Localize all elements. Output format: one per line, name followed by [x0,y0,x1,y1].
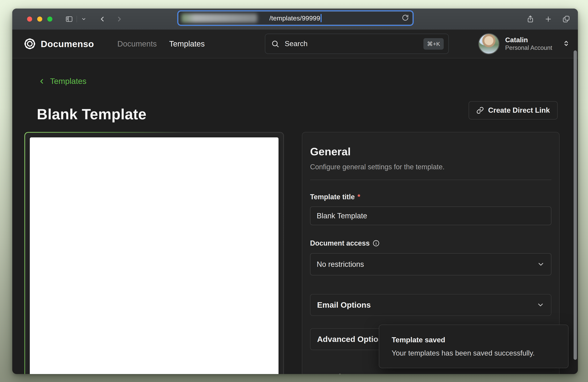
avatar [478,33,499,54]
divider [310,180,551,180]
email-options-accordion[interactable]: Email Options [310,294,551,316]
panel-description: Configure general settings for the templ… [310,163,551,171]
pdf-page-blank [30,137,278,374]
advanced-options-label: Advanced Options [317,335,388,344]
toast-template-saved[interactable]: Template saved Your templates has been s… [379,325,568,368]
minimize-window-button[interactable] [37,17,42,22]
new-tab-icon[interactable] [544,15,552,23]
toast-title: Template saved [392,336,568,344]
nav-templates[interactable]: Templates [169,39,205,48]
nav-documents[interactable]: Documents [117,39,157,48]
reload-icon[interactable] [402,14,409,22]
browser-titlebar: /templates/99999 [12,9,578,30]
document-access-label: Document access [310,239,551,247]
step-indicator: Step 1 of 3 [310,373,551,374]
browser-window: /templates/99999 [12,9,578,374]
sidebar-toggle-icon[interactable] [65,15,73,23]
user-account-type: Personal Account [505,44,552,52]
share-icon[interactable] [526,15,534,23]
tab-overview-icon[interactable] [562,15,570,23]
titlebar-divider [77,16,77,22]
forward-button[interactable] [115,15,123,23]
page-title: Blank Template [37,106,147,123]
main-nav: Documents Templates [117,39,205,48]
toast-message: Your templates has been saved successful… [392,349,568,357]
email-options-label: Email Options [317,301,371,310]
search-shortcut-badge: ⌘+K [423,38,444,50]
window-controls [27,17,52,22]
back-button[interactable] [98,15,106,23]
user-name: Catalin [505,36,552,44]
create-direct-link-button[interactable]: Create Direct Link [469,101,558,119]
template-title-input[interactable] [310,207,551,225]
url-path: /templates/99999 [269,14,320,22]
chevron-down-icon [537,260,545,268]
chevrons-up-down-icon [562,39,570,48]
url-redacted-blur [181,14,257,22]
search-icon [271,40,279,48]
document-preview-card [24,132,284,374]
chevron-left-icon [38,78,45,85]
app-header: Documenso Documents Templates ⌘+K Catali… [12,30,578,58]
document-access-value: No restrictions [317,260,364,268]
template-title-label: Template title * [310,193,551,201]
info-icon[interactable] [372,240,380,247]
address-bar[interactable]: /templates/99999 [178,11,413,25]
close-window-button[interactable] [27,17,32,22]
back-to-templates-link[interactable]: Templates [38,77,86,86]
panel-title: General [310,145,551,158]
back-link-label: Templates [50,77,86,86]
link-icon [476,107,484,114]
required-asterisk: * [357,193,360,201]
documenso-logo-icon [23,37,36,50]
search-bar[interactable]: ⌘+K [265,34,449,54]
brand[interactable]: Documenso [23,37,94,50]
chevron-down-icon [537,301,544,309]
account-menu[interactable]: Catalin Personal Account [478,33,570,54]
vertical-scrollbar[interactable] [574,50,577,360]
create-direct-link-label: Create Direct Link [488,106,550,115]
zoom-window-button[interactable] [47,17,52,22]
document-access-select[interactable]: No restrictions [310,253,551,275]
sidebar-chevron-icon[interactable] [81,17,87,22]
search-input[interactable] [284,39,423,48]
brand-name: Documenso [41,38,94,49]
text-caret [321,14,322,22]
